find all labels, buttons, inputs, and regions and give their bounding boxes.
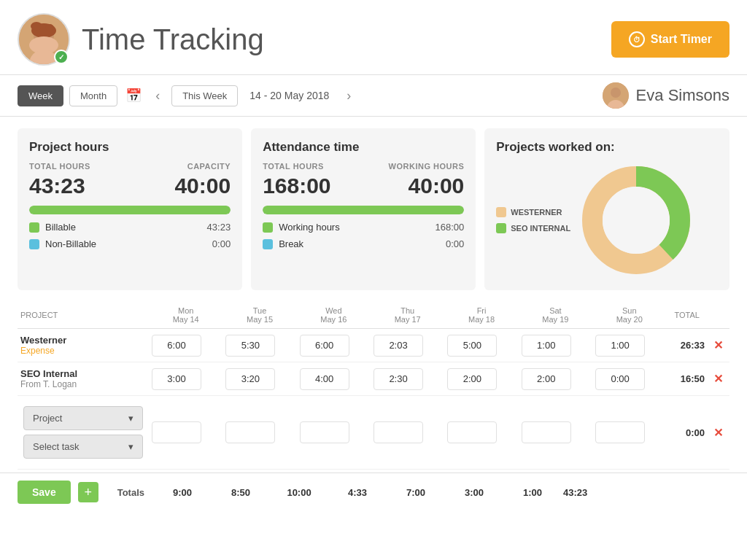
- sat-input-seo[interactable]: [522, 368, 571, 390]
- totals-row: 9:00 8:50 10:00 4:33 7:00 3:00 1:00 43:2…: [155, 487, 605, 498]
- cards-area: Project hours TOTAL HOURS CAPACITY 43:23…: [0, 117, 747, 302]
- sun-cell-seo: [592, 362, 666, 396]
- col-mon: Mon May 14: [149, 302, 222, 329]
- fri-cell-westerner: [444, 329, 518, 362]
- start-timer-button[interactable]: ⏱ Start Timer: [611, 21, 729, 58]
- col-fri: Fri May 18: [444, 302, 518, 329]
- project-hours-title: Project hours: [29, 140, 231, 155]
- attendance-total-value: 168:00: [263, 174, 330, 198]
- new-delete-button[interactable]: ✕: [711, 423, 726, 443]
- col-wed: Wed May 16: [297, 302, 371, 329]
- col-thu: Thu May 17: [371, 302, 444, 329]
- project-hours-progress-fill: [29, 206, 231, 214]
- projects-worked-card: Projects worked on: WESTERNER SEO INTERN…: [484, 128, 729, 290]
- attendance-labels-row: TOTAL HOURS WORKING HOURS: [263, 162, 464, 171]
- new-tue-input[interactable]: [225, 421, 275, 443]
- delete-button-seo[interactable]: ✕: [711, 369, 726, 389]
- fri-cell-seo: [444, 362, 518, 396]
- avatar-online-badge: [54, 50, 69, 64]
- tue-input-westerner[interactable]: [225, 335, 275, 357]
- new-sun-input[interactable]: [595, 421, 645, 443]
- this-week-button[interactable]: This Week: [171, 85, 238, 106]
- prev-arrow[interactable]: ‹: [150, 85, 166, 106]
- task-dropdown-arrow: ▾: [128, 441, 133, 452]
- working-hours-left: Working hours: [263, 222, 340, 233]
- app-title: Time Tracking: [82, 23, 264, 56]
- wed-input-westerner[interactable]: [300, 335, 349, 357]
- tab-week[interactable]: Week: [18, 85, 63, 106]
- total-fri: 7:00: [388, 487, 444, 498]
- sun-cell-westerner: [592, 329, 666, 362]
- project-hours-card: Project hours TOTAL HOURS CAPACITY 43:23…: [18, 128, 242, 290]
- table-area: PROJECT Mon May 14 Tue May 15 Wed May 16…: [0, 302, 747, 470]
- project-dropdown[interactable]: Project ▾: [23, 406, 143, 430]
- break-left: Break: [263, 238, 303, 249]
- fri-input-westerner[interactable]: [447, 335, 497, 357]
- project-name-westerner: Westerner: [20, 335, 146, 346]
- col-sun: Sun May 20: [592, 302, 666, 329]
- tue-cell-westerner: [222, 329, 296, 362]
- working-hours-value: 168:00: [435, 222, 464, 233]
- westerner-label: WESTERNER: [511, 208, 562, 217]
- donut-content: WESTERNER SEO INTERNAL: [496, 162, 718, 279]
- new-sun-cell: [592, 396, 666, 470]
- nonbillable-left: Non-Billable: [29, 238, 96, 249]
- col-sat: Sat May 19: [519, 302, 592, 329]
- attendance-values-row: 168:00 40:00: [263, 174, 464, 198]
- thu-input-seo[interactable]: [374, 368, 423, 390]
- new-wed-input[interactable]: [300, 421, 349, 443]
- break-label: Break: [279, 238, 303, 249]
- delete-button-westerner[interactable]: ✕: [711, 335, 726, 355]
- fri-input-seo[interactable]: [447, 368, 497, 390]
- save-button[interactable]: Save: [18, 481, 71, 504]
- nav-user-avatar: [603, 82, 629, 109]
- time-table: PROJECT Mon May 14 Tue May 15 Wed May 16…: [18, 302, 729, 470]
- new-sat-input[interactable]: [522, 421, 571, 443]
- mon-input-seo[interactable]: [152, 368, 201, 390]
- svg-point-12: [603, 187, 670, 254]
- billable-row: Billable 43:23: [29, 222, 231, 233]
- sat-input-westerner[interactable]: [522, 335, 571, 357]
- thu-input-westerner[interactable]: [374, 335, 423, 357]
- nav-right: Eva Simsons: [603, 82, 729, 109]
- sun-input-westerner[interactable]: [595, 335, 645, 357]
- wed-input-seo[interactable]: [300, 368, 349, 390]
- new-mon-input[interactable]: [152, 421, 201, 443]
- tue-input-seo[interactable]: [225, 368, 275, 390]
- col-project: PROJECT: [18, 302, 149, 329]
- mon-cell-seo: [149, 362, 222, 396]
- tab-month[interactable]: Month: [69, 85, 117, 106]
- new-thu-input[interactable]: [374, 421, 423, 443]
- new-row-project-cell: Project ▾ Select task ▾: [18, 396, 149, 470]
- mon-input-westerner[interactable]: [152, 335, 201, 357]
- col-actions: [708, 302, 729, 329]
- break-row: Break 0:00: [263, 238, 464, 249]
- add-button[interactable]: +: [78, 482, 98, 502]
- project-name-seo: SEO Internal: [20, 368, 146, 379]
- new-wed-cell: [297, 396, 371, 470]
- sat-cell-seo: [519, 362, 592, 396]
- donut-chart: [578, 162, 694, 279]
- nav-left: Week Month 📅 ‹ This Week 14 - 20 May 201…: [18, 85, 357, 106]
- wed-cell-westerner: [297, 329, 371, 362]
- sun-input-seo[interactable]: [595, 368, 645, 390]
- attendance-working-label: WORKING HOURS: [389, 162, 465, 171]
- date-range: 14 - 20 May 2018: [244, 90, 335, 101]
- nav-bar: Week Month 📅 ‹ This Week 14 - 20 May 201…: [0, 75, 747, 117]
- task-dropdown[interactable]: Select task ▾: [23, 435, 143, 459]
- mon-cell-westerner: [149, 329, 222, 362]
- col-total: TOTAL: [666, 302, 708, 329]
- next-arrow[interactable]: ›: [341, 85, 357, 106]
- billable-legend-dot: [29, 222, 39, 233]
- billable-left: Billable: [29, 222, 76, 233]
- delete-cell-westerner: ✕: [708, 329, 729, 362]
- attendance-total-label: TOTAL HOURS: [263, 162, 324, 171]
- break-dot: [263, 239, 273, 249]
- start-timer-label: Start Timer: [651, 33, 712, 46]
- calendar-icon[interactable]: 📅: [123, 85, 144, 106]
- seo-swatch: [496, 223, 506, 233]
- attendance-working-value: 40:00: [409, 174, 465, 198]
- new-fri-input[interactable]: [447, 421, 497, 443]
- new-mon-cell: [149, 396, 222, 470]
- project-hours-values-row: 43:23 40:00: [29, 174, 231, 198]
